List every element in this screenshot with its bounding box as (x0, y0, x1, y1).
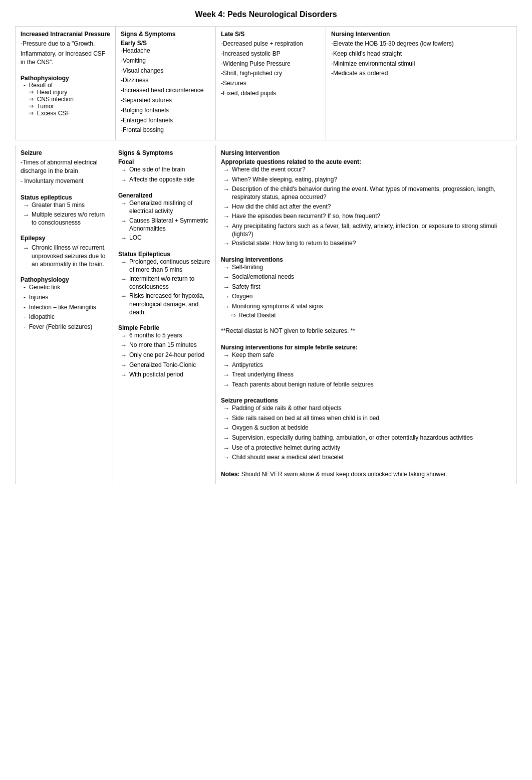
arrow-icon-12: → (120, 331, 127, 340)
late-item-5: -Seizures (221, 79, 321, 88)
nursing-item-4: -Medicate as ordered (331, 69, 511, 78)
arrow-icon-17: → (223, 165, 229, 174)
patho2-item-3: - Infection – like Meningitis (24, 303, 108, 312)
ni-item-1: → Self-limiting (223, 263, 511, 272)
sp-item-5-text: Use of a protective helmet during activi… (232, 444, 340, 452)
early-item-4: -Dizziness (121, 76, 210, 85)
sep-item-3-text: Risks increased for hypoxia, neurologica… (129, 292, 210, 316)
early-item-7: -Bulging fontanels (121, 106, 210, 115)
signs2-heading: Signs & Symptoms (118, 149, 210, 156)
gen-item-1-text: Generalized misfiring of electrical acti… (129, 199, 210, 215)
patho-item-4: ⇒ Excess CSF (29, 110, 110, 117)
sfn-item-2-text: Antipyretics (232, 361, 263, 369)
icp-line1: -Pressure due to a "Growth, (21, 40, 110, 48)
arrow-icon-11: → (120, 292, 127, 301)
gen-item-2-text: Causes Bilateral + Symmetric Abnormaliti… (129, 217, 210, 233)
early-item-8: -Enlarged fontanels (121, 116, 210, 125)
arrow-icon-28: → (223, 302, 229, 311)
epilepsy-item-1: → Chronic illness w/ recurrent, unprovok… (23, 244, 108, 268)
arrow-icon-26: → (223, 283, 229, 292)
epilepsy-heading: Epilepsy (21, 235, 108, 242)
arrow-icon-16: → (120, 370, 127, 379)
bottom-col2: Signs & Symptoms Focal → One side of the… (113, 145, 216, 484)
nursing-column: Nursing Intervention -Elevate the HOB 15… (326, 27, 516, 140)
arrow-icon-4: → (120, 165, 127, 174)
patho2-item-1: - Genetic link (24, 283, 108, 292)
signs-column: Signs & Symptoms Early S/S -Headache -Vo… (116, 27, 216, 140)
sp-item-6: → Child should wear a medical alert brac… (223, 453, 511, 462)
sf-item-3-text: Only one per 24-hour period (129, 351, 204, 359)
focal-heading: Focal (118, 158, 210, 165)
status-item-1-text: Greater than 5 mins (32, 201, 85, 209)
focal-item-2-text: Affects the opposite side (129, 175, 195, 183)
arrow-icon-9: → (120, 258, 127, 267)
patho-item-2: ⇒ CNS infection (29, 96, 110, 103)
sfn-item-1: → Keep them safe (223, 351, 511, 360)
ni-item-3-text: Safety first (232, 283, 260, 291)
simple-febrile-list: → 6 months to 5 years → No more than 15 … (118, 331, 210, 379)
icp-column: Increased Intracranial Pressure -Pressur… (16, 27, 116, 140)
seizure-line2: - Involuntary movement (21, 177, 108, 185)
sp-item-4-text: Supervision, especially during bathing, … (232, 434, 473, 442)
sub-list: ⇨ Rectal Diastat (221, 312, 511, 319)
arrow-icon-33: → (223, 404, 229, 413)
rectal-note: **Rectal diastat is NOT given to febrile… (221, 327, 511, 335)
sfn-item-4-text: Teach parents about benign nature of feb… (232, 380, 374, 388)
page-title: Week 4: Peds Neurological Disorders (15, 10, 517, 19)
arrow-icon-38: → (223, 453, 229, 462)
nursing-item-1: -Elevate the HOB 15-30 degrees (low fowl… (331, 40, 511, 48)
aq-item-6-text: Any precipitating factors such as a feve… (232, 222, 511, 238)
early-item-9: -Frontal bossing (121, 126, 210, 134)
sf-item-5-text: With postictal period (129, 370, 183, 378)
patho-item-3: ⇒ Tumor (29, 103, 110, 110)
status-ep-heading: Status Epilepticus (118, 251, 210, 258)
arrow-icon-21: → (223, 212, 229, 221)
aq-item-3: → Description of the child's behavior du… (223, 185, 511, 201)
outline-arrow-icon: ⇨ (231, 312, 236, 319)
arrow-icon-24: → (223, 263, 229, 272)
arrow-icon-27: → (223, 292, 229, 301)
appropriate-heading: Appropriate questions related to the acu… (221, 158, 511, 165)
epilepsy-list: → Chronic illness w/ recurrent, unprovok… (21, 244, 108, 268)
arrow-icon-14: → (120, 351, 127, 360)
focal-item-2: → Affects the opposite side (120, 175, 210, 184)
nursing-heading: Nursing Intervention (331, 31, 511, 38)
sp-item-5: → Use of a protective helmet during acti… (223, 444, 511, 453)
patho2-item-5: - Fever (Febrile seizures) (24, 323, 108, 331)
sfn-item-1-text: Keep them safe (232, 351, 274, 359)
status-item-2-text: Multiple seizures w/o return to consciou… (32, 211, 108, 227)
arrow-icon-20: → (223, 203, 229, 212)
patho-items: ⇒ Head injury ⇒ CNS infection ⇒ Tumor ⇒ … (24, 89, 110, 117)
status-list: → Greater than 5 mins → Multiple seizure… (21, 201, 108, 227)
patho2-item-4: - Idiopathic (24, 313, 108, 321)
seizure-line1: -Times of abnormal electrical discharge … (21, 158, 108, 175)
bottom-section: Seizure -Times of abnormal electrical di… (15, 145, 517, 484)
generalized-heading: Generalized (118, 192, 210, 199)
icp-line2: Inflammatory, or Increased CSF in the CN… (21, 50, 110, 67)
ni-item-4: → Oxygen (223, 292, 511, 301)
aq-item-5: → Have the episodes been recurrent? If s… (223, 212, 511, 221)
arrow-icon-29: → (223, 351, 229, 360)
ni-item-5: → Monitoring symptoms & vital signs (223, 302, 511, 311)
sep-item-2-text: Intermittent w/o return to consciousness (129, 275, 210, 291)
arrow-icon-8: → (120, 234, 127, 243)
seizure-precautions-heading: Seizure precautions (221, 397, 511, 404)
early-item-5: -Increased head circumference (121, 86, 210, 95)
sep-item-1-text: Prolonged, continuous seizure of more th… (129, 258, 210, 274)
patho2-items: - Genetic link - Injuries - Infection – … (21, 283, 108, 331)
late-item-1: -Decreased pulse + respiration (221, 40, 321, 48)
status-heading: Status epilepticus (21, 194, 108, 201)
sub-item-1-text: Rectal Diastat (238, 312, 276, 319)
aq-item-1: → Where did the event occur? (223, 165, 511, 174)
seizure-heading: Seizure (21, 149, 108, 156)
nursing-interventions-heading: Nursing interventions (221, 256, 511, 263)
arrow-icon-15: → (120, 361, 127, 370)
early-heading: Early S/S (121, 40, 210, 47)
status-item-1: → Greater than 5 mins (23, 201, 108, 210)
arrow-icon-37: → (223, 444, 229, 453)
aq-item-5-text: Have the episodes been recurrent? If so,… (232, 212, 380, 220)
late-item-6: -Fixed, dilated pupils (221, 89, 321, 98)
seizure-precautions-list: → Padding of side rails & other hard obj… (221, 404, 511, 462)
sp-item-1: → Padding of side rails & other hard obj… (223, 404, 511, 413)
arrow-icon-34: → (223, 414, 229, 423)
